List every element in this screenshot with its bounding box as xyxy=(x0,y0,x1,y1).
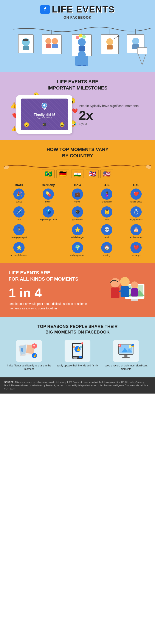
country-label-relationships: relationships xyxy=(130,200,142,203)
country-icon-registering: 🗳️ xyxy=(42,206,54,218)
country-icon-trips: ✈️ xyxy=(13,206,24,218)
country-icon-parties: 🎉 xyxy=(13,188,24,200)
footer-section: SOURCE: This research was an online surv… xyxy=(0,378,155,394)
svg-point-20 xyxy=(106,38,113,45)
country-label-career: career xyxy=(74,200,80,203)
country-icon-sport: 🏃 xyxy=(13,224,24,236)
svg-point-50 xyxy=(131,282,138,288)
country-icon-graduation: 🎓 xyxy=(72,206,83,218)
country-label-graduation: graduation xyxy=(72,218,82,221)
header-section: f LIFE EVENTS ON FACEBOOK xyxy=(0,0,155,72)
reason-icon-update: 👍 xyxy=(64,340,90,362)
reason-svg-3: ♥ 👍 xyxy=(115,342,137,360)
country-item: 🎉 parties xyxy=(5,188,33,203)
svg-point-78 xyxy=(129,345,132,348)
country-item: 💼 career xyxy=(63,188,92,203)
country-icon-career: 💼 xyxy=(72,188,83,200)
svg-text:👍: 👍 xyxy=(132,344,134,347)
svg-rect-10 xyxy=(52,44,58,48)
svg-rect-49 xyxy=(120,286,129,297)
country-item: ⭐ belief changes xyxy=(63,224,92,238)
reason-label-2: easily update their friends and family xyxy=(56,364,98,368)
reasons-section: TOP REASONS PEOPLE SHARE THEIR BIG MOMEN… xyxy=(0,317,155,378)
country-icon-accomplishments: ⭐ xyxy=(13,242,24,253)
reason-label-3: keep a record of their most significant … xyxy=(103,364,148,371)
svg-point-48 xyxy=(120,277,130,286)
country-item-empty xyxy=(34,224,62,238)
footer-body: This research was an online survey condu… xyxy=(4,381,148,390)
milestones-section: LIFE EVENTS ARE IMPORTANT MILESTONES 👍 ❤… xyxy=(0,72,155,140)
svg-rect-69 xyxy=(73,357,78,359)
country-item-empty2 xyxy=(34,242,62,256)
milestone-stat-text: People typically have significant moment… xyxy=(79,104,139,108)
svg-rect-21 xyxy=(107,45,112,50)
reason-label-1: invite friends and family to share in th… xyxy=(6,364,52,371)
reason-item-2: 👍 easily update their friends and family xyxy=(55,340,100,371)
reason-item-1: ♥ 👍 invite friends and family to share i… xyxy=(6,340,52,371)
svg-point-68 xyxy=(81,342,83,344)
svg-rect-3 xyxy=(22,46,29,50)
country-label-birth: birth xyxy=(104,218,109,221)
country-label-engagements: engagements xyxy=(130,218,143,221)
country-label-sport: taking up a sport xyxy=(11,236,27,238)
svg-point-29 xyxy=(78,51,86,58)
country-item: 💀 death xyxy=(92,224,121,238)
svg-line-33 xyxy=(142,53,146,65)
emoji-grad: 🎓 xyxy=(42,122,47,127)
svg-rect-80 xyxy=(122,357,130,358)
country-label-accomplishments: accomplishments xyxy=(10,254,27,256)
country-item: 💔 breakups xyxy=(122,242,150,256)
svg-point-46 xyxy=(110,278,120,288)
svg-rect-35 xyxy=(137,48,147,54)
country-section: HOW TOP MOMENTS VARY BY COUNTRY 🇧🇷 🇩🇪 🇮🇳… xyxy=(0,140,155,263)
country-header-uk: U.K. xyxy=(92,182,122,188)
country-title: HOW TOP MOMENTS VARY BY COUNTRY xyxy=(4,146,151,159)
country-icon-relationships: ❤️ xyxy=(130,188,142,200)
milestones-title: LIFE EVENTS ARE IMPORTANT MILESTONES xyxy=(8,79,146,91)
reasons-grid: ♥ 👍 invite friends and family to share i… xyxy=(4,340,151,371)
svg-point-7 xyxy=(46,38,52,44)
svg-line-32 xyxy=(138,53,142,65)
reasons-title: TOP REASONS PEOPLE SHARE THEIR BIG MOMEN… xyxy=(4,324,151,335)
header-subtitle: ON FACEBOOK xyxy=(8,16,146,20)
country-item: 🎂 anniversaries xyxy=(122,224,150,238)
milestone-stat: People typically have significant moment… xyxy=(79,104,139,126)
emoji-laugh: 😂 xyxy=(60,122,65,127)
header-svg-illustration xyxy=(8,23,155,66)
country-item: ❤️ relationships xyxy=(122,188,150,203)
country-label-studying: studying abroad xyxy=(70,254,85,256)
milestone-event-date: Dec 12, 2018 xyxy=(24,117,65,120)
country-header-us: U.S. xyxy=(122,182,151,188)
country-icon-pregnancy: 🤰 xyxy=(101,188,112,200)
reason-svg-2: 👍 xyxy=(67,342,88,360)
location-pin xyxy=(24,102,65,111)
svg-point-15 xyxy=(76,36,79,39)
country-icon-death: 💀 xyxy=(101,224,112,236)
svg-rect-41 xyxy=(131,299,138,300)
svg-rect-31 xyxy=(83,65,86,66)
all-moments-text: LIFE EVENTS ARE FOR ALL KINDS OF MOMENTS… xyxy=(8,270,99,310)
svg-rect-57 xyxy=(21,350,24,352)
country-icon-belief: ⭐ xyxy=(72,224,83,236)
svg-point-71 xyxy=(73,346,75,348)
country-item: 🗳️ registering to vote xyxy=(34,206,62,221)
country-item: 🤰 pregnancy xyxy=(92,188,121,203)
milestone-card: Finally did it! Dec 12, 2018 😮 🎓 😂 xyxy=(16,95,72,134)
country-label-trips: trips xyxy=(17,218,21,221)
fraction-stat: 1 in 4 xyxy=(8,286,99,300)
milestone-event-label: Finally did it! xyxy=(24,113,65,117)
header-top: f LIFE EVENTS xyxy=(8,4,146,15)
svg-text:♥: ♥ xyxy=(119,345,120,347)
country-header-germany: Germany xyxy=(34,182,63,188)
country-label-pregnancy: pregnancy xyxy=(102,200,112,203)
country-label-death: death xyxy=(104,236,109,238)
svg-rect-79 xyxy=(124,354,128,357)
svg-point-26 xyxy=(132,38,139,44)
all-moments-illustration xyxy=(103,271,146,310)
bunting-svg xyxy=(4,163,151,176)
country-item: 🎓 graduation xyxy=(63,206,92,221)
reason-icon-invite: ♥ 👍 xyxy=(16,340,42,362)
emoji-wow: 😮 xyxy=(24,122,29,127)
reason-item-3: ♥ 👍 keep a record of their most signific… xyxy=(103,340,148,371)
country-label-belief: belief changes xyxy=(70,236,84,238)
